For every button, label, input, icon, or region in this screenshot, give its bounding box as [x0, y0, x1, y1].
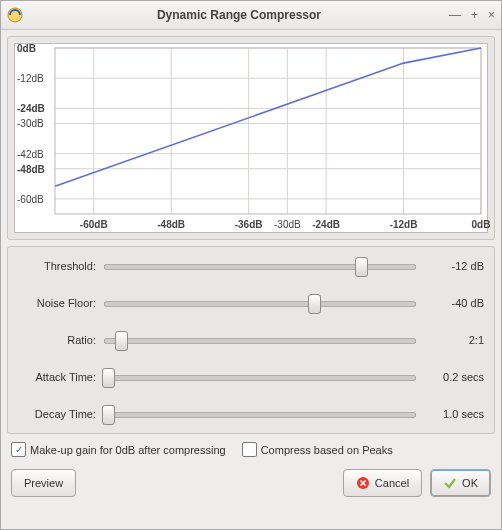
minimize-button[interactable]: —: [449, 8, 461, 22]
window-title: Dynamic Range Compressor: [29, 8, 449, 22]
x-axis-tick: -36dB: [235, 219, 263, 230]
checkbox-icon: [242, 442, 257, 457]
attack-time-row: Attack Time: 0.2 secs: [18, 366, 484, 388]
button-row: Preview Cancel OK: [7, 463, 495, 497]
maximize-button[interactable]: +: [471, 8, 478, 22]
cancel-label: Cancel: [375, 477, 409, 489]
ratio-value: 2:1: [424, 334, 484, 346]
threshold-row: Threshold: -12 dB: [18, 255, 484, 277]
x-axis-tick: -30dB: [274, 219, 301, 230]
makeup-gain-checkbox[interactable]: ✓ Make-up gain for 0dB after compressing: [11, 442, 226, 457]
threshold-value: -12 dB: [424, 260, 484, 272]
noise-floor-label: Noise Floor:: [18, 297, 96, 309]
y-axis-tick: -42dB: [17, 148, 44, 159]
preview-label: Preview: [24, 477, 63, 489]
svg-rect-15: [55, 48, 481, 214]
x-axis-tick: -48dB: [157, 219, 185, 230]
transfer-curve-graph: 0dB-12dB-24dB-30dB-42dB-48dB-60dB-60dB-4…: [14, 43, 488, 233]
compress-peaks-checkbox[interactable]: Compress based on Peaks: [242, 442, 393, 457]
titlebar[interactable]: Dynamic Range Compressor — + ×: [1, 1, 501, 30]
threshold-label: Threshold:: [18, 260, 96, 272]
noise-floor-slider[interactable]: [102, 293, 418, 313]
attack-time-label: Attack Time:: [18, 371, 96, 383]
options-row: ✓ Make-up gain for 0dB after compressing…: [7, 440, 495, 457]
window-controls: — + ×: [449, 8, 495, 22]
y-axis-tick: -12dB: [17, 73, 44, 84]
ratio-row: Ratio: 2:1: [18, 329, 484, 351]
decay-time-row: Decay Time: 1.0 secs: [18, 403, 484, 425]
decay-time-slider[interactable]: [102, 404, 418, 424]
attack-time-value: 0.2 secs: [424, 371, 484, 383]
ok-button[interactable]: OK: [430, 469, 491, 497]
content-area: 0dB-12dB-24dB-30dB-42dB-48dB-60dB-60dB-4…: [1, 30, 501, 529]
preview-button[interactable]: Preview: [11, 469, 76, 497]
noise-floor-value: -40 dB: [424, 297, 484, 309]
close-button[interactable]: ×: [488, 8, 495, 22]
y-axis-tick: -30dB: [17, 118, 44, 129]
x-axis-tick: -24dB: [312, 219, 340, 230]
attack-time-slider[interactable]: [102, 367, 418, 387]
dialog-window: Dynamic Range Compressor — + × 0dB-12dB-…: [0, 0, 502, 530]
noise-floor-row: Noise Floor: -40 dB: [18, 292, 484, 314]
y-axis-tick: 0dB: [17, 43, 36, 54]
y-axis-tick: -60dB: [17, 193, 44, 204]
ratio-label: Ratio:: [18, 334, 96, 346]
y-axis-tick: -48dB: [17, 163, 45, 174]
ok-label: OK: [462, 477, 478, 489]
compress-peaks-label: Compress based on Peaks: [261, 444, 393, 456]
ratio-slider[interactable]: [102, 330, 418, 350]
cancel-icon: [356, 476, 370, 490]
makeup-gain-label: Make-up gain for 0dB after compressing: [30, 444, 226, 456]
cancel-button[interactable]: Cancel: [343, 469, 422, 497]
check-icon: [443, 476, 457, 490]
sliders-panel: Threshold: -12 dB Noise Floor: -40 dB Ra…: [7, 246, 495, 434]
x-axis-tick: -60dB: [80, 219, 108, 230]
x-axis-tick: -12dB: [390, 219, 418, 230]
decay-time-label: Decay Time:: [18, 408, 96, 420]
graph-panel: 0dB-12dB-24dB-30dB-42dB-48dB-60dB-60dB-4…: [7, 36, 495, 240]
checkbox-icon: ✓: [11, 442, 26, 457]
threshold-slider[interactable]: [102, 256, 418, 276]
app-icon: [7, 7, 23, 23]
y-axis-tick: -24dB: [17, 103, 45, 114]
x-axis-tick: 0dB: [472, 219, 491, 230]
decay-time-value: 1.0 secs: [424, 408, 484, 420]
